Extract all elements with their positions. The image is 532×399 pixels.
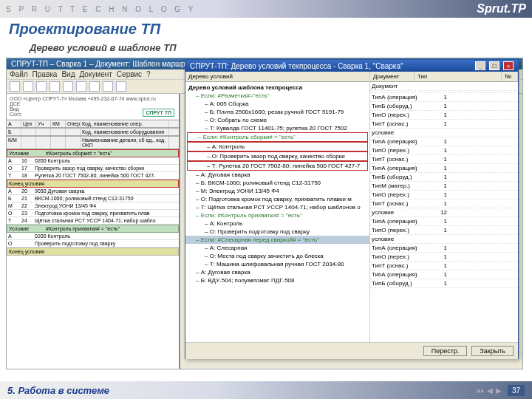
prop-row: ТипА (операция)1	[370, 93, 518, 102]
tree-item[interactable]: – Если: #Разметка#="есть"	[185, 92, 369, 100]
tree-item[interactable]: – А: 005 Сборка	[185, 100, 369, 108]
prop-row: условие	[370, 235, 518, 244]
prop-row: ТипО (перех.)1	[370, 191, 518, 200]
close-button[interactable]: Закрыть	[471, 346, 514, 356]
doc-logo: СПРУТ ТП	[143, 109, 174, 117]
operation-row[interactable]: О23Подготовка кромок под сварку, прихват…	[7, 210, 179, 217]
menu-item[interactable]: Файл	[10, 70, 28, 78]
menu-item[interactable]: Правка	[33, 70, 58, 78]
toolbar-icon[interactable]	[10, 81, 20, 92]
nav-prev-icon[interactable]: ◀	[487, 386, 493, 395]
nav-arrows[interactable]: ⏮ ◀ ▶	[477, 386, 502, 395]
toolbar-icon[interactable]	[89, 81, 100, 92]
tree-item[interactable]: – Т: Кувалда ГОСТ 11401-75; рулетка 20 Г…	[185, 124, 369, 132]
tree-item[interactable]: – О: Подготовка кромок под сварку, прихв…	[185, 195, 369, 203]
rebuild-button[interactable]: Перестр.	[423, 346, 468, 356]
menu-item[interactable]: Вид	[61, 70, 75, 78]
tree-item[interactable]: – Б: ВДУ-504; полуавтомат ПДГ-508	[185, 276, 369, 284]
condition-tree[interactable]: Дерево условий шаблона техпроцесса– Если…	[185, 82, 370, 342]
tree-item[interactable]: – Б: ВКСМ-1000; роликовый стенд С12-3175…	[185, 179, 369, 187]
toolbar-icon[interactable]	[63, 81, 73, 92]
grid-header: АЦехУчКМОперКод, наименование опер.	[7, 120, 179, 128]
tree-item[interactable]: – Б: Плита 2500х1600; резак ручной ГОСТ …	[185, 108, 369, 116]
prop-row: ТипБ (оборуд.)1	[370, 279, 518, 288]
tree-window-buttons[interactable]: _ □ ×	[474, 61, 514, 70]
tree-title: СПРУТ-ТП: Дерево условий техпроцесса - С…	[190, 62, 403, 70]
tree-item[interactable]: – А: Контроль	[187, 142, 368, 151]
tree-item[interactable]: – А: Дуговая сварка	[185, 171, 369, 179]
brand-right: Sprut.TP	[477, 2, 526, 16]
prop-row: ТипБ (оборуд.)1	[370, 173, 518, 182]
prop-row: ТипО (перех.)1	[370, 111, 518, 120]
tree-item[interactable]: – А: Контроль	[185, 219, 369, 228]
operation-row[interactable]: А0200 Контроль	[7, 233, 179, 240]
toolbar-icon[interactable]	[23, 81, 33, 92]
tree-item[interactable]: – О: Проверить подготовку под сварку	[185, 228, 369, 236]
tree-item[interactable]: – Если: #Контроль сборки# = "есть"	[187, 132, 368, 142]
condition-row[interactable]: Условие#Контроль сборки# = "есть"	[7, 149, 179, 157]
toolbar-icon[interactable]	[36, 81, 47, 92]
prop-row: ТипА (операция)1	[370, 137, 518, 146]
tree-item[interactable]: – О: Проверить зазор под сварку, качеств…	[187, 151, 368, 161]
operation-row[interactable]: О17Проверить зазор под сварку, качество …	[7, 165, 179, 172]
menu-item[interactable]: ?	[146, 70, 151, 78]
tree-item[interactable]: – О: Собрать по схеме	[185, 116, 369, 124]
brand-left: S P R U T T E C H N O L O G Y	[6, 5, 196, 13]
menu-item[interactable]: Сервис	[117, 70, 142, 78]
prop-row: условие	[370, 129, 518, 137]
tree-item[interactable]: – Если: #Слесарная перед сваркой# = "ест…	[185, 236, 369, 244]
operation-row[interactable]: А209030 Дуговая сварка	[7, 188, 179, 195]
prop-row: ТипО (перех.)1	[370, 226, 518, 235]
prop-row: ТипТ (оснас.)1	[370, 200, 518, 208]
prop-row: ТипТ (оснас.)1	[370, 155, 518, 164]
slide-title: Проектирование ТП	[0, 18, 532, 41]
operation-row[interactable]: Т24Щётка стальная РСТ УССР 1404-71; набо…	[7, 217, 179, 225]
operation-row[interactable]: Т18Рулетка 20 ГОСТ 7502-80; линейка 500 …	[7, 172, 179, 180]
condition-end[interactable]: Конец условия	[7, 180, 179, 188]
prop-row: ТипА (операция)1	[370, 217, 518, 226]
prop-row: ТипА (операция)1	[370, 244, 518, 253]
tree-item[interactable]: – Т: Машина шлифовальная ручная ГОСТ 203…	[185, 260, 369, 268]
tree-item[interactable]: – А: Слесарная	[185, 244, 369, 252]
operation-row[interactable]: М22Электрод УОНИ 13/45 Ф4	[7, 202, 179, 210]
tree-footer: Перестр. Закрыть	[185, 342, 518, 359]
tree-root[interactable]: Дерево условий шаблона техпроцесса	[185, 83, 369, 92]
tree-item[interactable]: – Т: Щётка стальная РСТ УССР 1404-71; на…	[185, 203, 369, 211]
nav-first-icon[interactable]: ⏮	[477, 386, 484, 395]
tree-item[interactable]: – О: Места под сварку зачистить до блеск…	[185, 252, 369, 260]
maximize-icon[interactable]: □	[489, 61, 499, 70]
prop-row: ТипО (перех.)1	[370, 253, 518, 262]
operation-row[interactable]: А160200 Контроль	[7, 157, 179, 165]
prop-row: ТипТ (оснас.)1	[370, 120, 518, 129]
close-icon[interactable]: ×	[503, 61, 514, 70]
operation-row[interactable]: ОПроверить подготовку под сварку	[7, 240, 179, 248]
prop-row: ТипМ (матер.)1	[370, 182, 518, 191]
route-card-pane: ООО «Центр СПРУТ-Т» Москва +495-232-07-7…	[7, 94, 180, 369]
condition-row[interactable]: Условие#Контроль прихватки# = "есть"	[7, 225, 179, 233]
nav-next-icon[interactable]: ▶	[496, 386, 502, 395]
slide-header: S P R U T T E C H N O L O G Y Sprut.TP	[0, 0, 532, 18]
minimize-icon[interactable]: _	[475, 61, 485, 70]
tree-item[interactable]: – А: Дуговая сварка	[185, 268, 369, 276]
tree-properties: ДокументТипА (операция)1ТипБ (оборуд.)1Т…	[370, 82, 518, 342]
prop-row: ТипО (перех.)1	[370, 146, 518, 155]
prop-row: условие12	[370, 208, 518, 217]
prop-row: ТипБ (оборуд.)1	[370, 102, 518, 111]
prop-row: ТипТ (оснас.)1	[370, 262, 518, 270]
prop-row: ТипА (операция)1	[370, 164, 518, 173]
tree-window: СПРУТ-ТП: Дерево условий техпроцесса - С…	[185, 59, 519, 359]
org-line: ООО «Центр СПРУТ-Т» Москва +495-232-07-7…	[10, 96, 176, 101]
toolbar-icon[interactable]	[76, 81, 86, 92]
slide-footer: 5. Работа в системе ⏮ ◀ ▶ 37	[0, 381, 532, 399]
toolbar-icon[interactable]	[103, 81, 113, 92]
tree-item[interactable]: – М: Электрод УОНИ 13/45 Ф4	[185, 187, 369, 195]
tree-columns: Дерево условий Документ Тип №	[185, 72, 518, 82]
tree-item[interactable]: – Т: Рулетка 20 ГОСТ 7502-80; линейка 50…	[187, 161, 368, 171]
footer-text: 5. Работа в системе	[7, 385, 109, 396]
toolbar-icon[interactable]	[116, 81, 126, 92]
condition-end[interactable]: Конец условия	[7, 248, 179, 256]
tree-item[interactable]: – Если: #Контроль прихватки# = "есть"	[185, 211, 369, 219]
toolbar-icon[interactable]	[50, 81, 60, 92]
menu-item[interactable]: Документ	[79, 70, 112, 78]
operation-row[interactable]: Б21ВКСМ-1000; роликовый стенд С12-31750	[7, 195, 179, 202]
